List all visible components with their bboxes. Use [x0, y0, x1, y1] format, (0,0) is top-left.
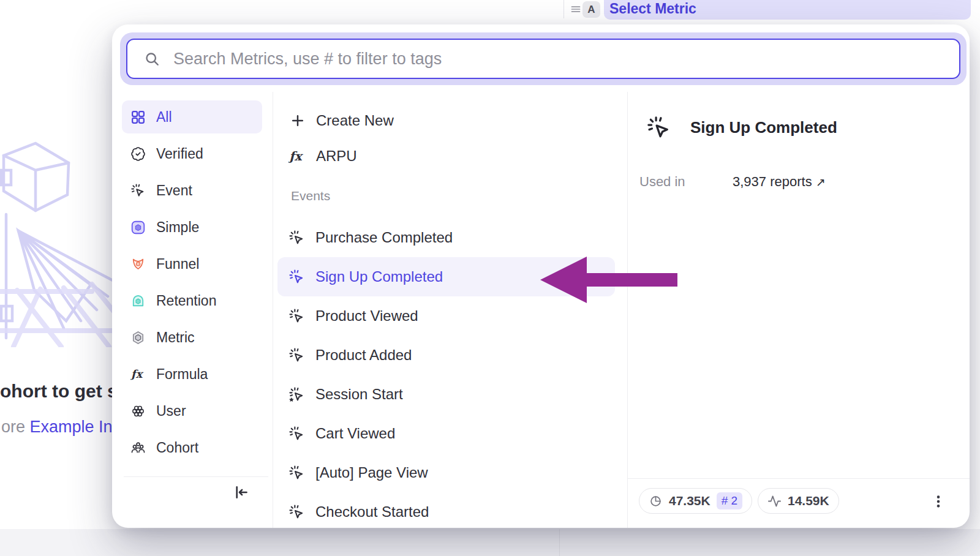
drag-handle-icon[interactable] [568, 2, 583, 17]
sidebar-item-event[interactable]: Event [122, 174, 262, 207]
stat-pill-activity[interactable]: 14.59K [758, 488, 839, 514]
more-options-button[interactable] [930, 494, 948, 511]
stat-pill-breakdown[interactable]: 47.35K # 2 [639, 488, 752, 514]
event-item[interactable]: Cart Viewed [277, 414, 615, 453]
event-item-label: Checkout Started [315, 503, 429, 520]
sidebar-item-retention[interactable]: Retention [122, 284, 262, 317]
collapse-left-icon [232, 484, 249, 501]
sidebar-item-label: Verified [156, 146, 203, 162]
create-new-button[interactable]: Create New [277, 103, 615, 138]
event-cursor-icon [646, 115, 672, 141]
event-item-label: Product Added [315, 347, 412, 364]
panel-divider [559, 529, 560, 556]
list-item-label: ARPU [316, 148, 357, 165]
page-backdrop [0, 529, 980, 556]
event-item-label: [Auto] Page View [315, 464, 428, 481]
sidebar-item-funnel[interactable]: Funnel [122, 247, 262, 280]
user-cluster-icon [130, 404, 146, 419]
event-cursor-icon [288, 269, 305, 285]
panel-divider [564, 0, 564, 18]
event-cursor-icon [130, 183, 146, 198]
sidebar-item-all[interactable]: All [122, 100, 262, 133]
event-cursor-icon [288, 347, 305, 364]
sidebar-item-verified[interactable]: Verified [122, 137, 262, 170]
sidebar-item-metric[interactable]: Metric [122, 321, 262, 354]
metric-icon [130, 330, 146, 345]
sidebar-item-label: Event [156, 182, 192, 199]
event-cursor-icon [288, 465, 305, 481]
sidebar-item-user[interactable]: User [122, 394, 262, 427]
event-cursor-icon [288, 230, 305, 246]
plus-icon [290, 113, 306, 129]
teaser-subtext-prefix: ore [1, 418, 30, 436]
event-cursor-star-icon [288, 386, 305, 403]
used-in-value: 3,937 reports [733, 174, 812, 189]
sidebar-divider [273, 92, 273, 528]
event-item[interactable]: Checkout Started [277, 492, 615, 528]
event-item-label: Product Viewed [315, 307, 418, 325]
sidebar-item-formula[interactable]: Formula [122, 358, 262, 391]
select-metric-trigger[interactable]: Select Metric [604, 0, 971, 20]
event-cursor-icon [288, 308, 305, 325]
sidebar-item-label: Formula [156, 366, 208, 383]
sidebar-item-simple[interactable]: Simple [122, 211, 262, 244]
sidebar-item-label: Cohort [156, 440, 198, 456]
list-item-arpu[interactable]: ARPU [277, 138, 615, 174]
sidebar-footer-divider [124, 476, 268, 477]
pulse-icon [767, 494, 782, 508]
stat-value: 14.59K [788, 494, 829, 508]
search-icon [144, 51, 160, 67]
event-item[interactable]: [Auto] Page View [277, 453, 615, 492]
formula-fx-icon [130, 367, 146, 382]
cohort-people-icon [130, 440, 146, 456]
grid-icon [130, 110, 146, 125]
formula-fx-icon [288, 148, 306, 165]
screen: A Select Metric ohort to get st ore Exam… [0, 0, 980, 556]
annotation-arrow-icon [533, 247, 680, 311]
events-section-header: Events [277, 174, 615, 218]
sidebar-item-label: Simple [156, 219, 199, 236]
event-item[interactable]: Product Added [277, 336, 615, 375]
used-in-label: Used in [639, 174, 685, 190]
search-focus-ring [120, 32, 967, 85]
retention-icon [130, 293, 146, 309]
collapse-sidebar-button[interactable] [232, 484, 252, 503]
sidebar-item-cohort[interactable]: Cohort [122, 431, 262, 464]
filter-sidebar: All Verified Event Simple Funnel Retenti… [122, 100, 262, 468]
sidebar-item-label: Funnel [156, 256, 199, 272]
kebab-menu-icon [930, 494, 946, 509]
search-field [126, 39, 960, 79]
sidebar-item-label: Metric [156, 329, 195, 346]
background-teaser: ohort to get st ore Example Ins [0, 375, 113, 448]
event-item-label: Purchase Completed [315, 229, 453, 246]
verified-badge-icon [130, 146, 146, 162]
detail-title: Sign Up Completed [690, 118, 837, 137]
event-cursor-icon [288, 426, 305, 442]
create-new-label: Create New [316, 112, 394, 129]
example-insights-link[interactable]: Example Ins [30, 418, 113, 436]
sidebar-item-label: All [156, 109, 172, 126]
stat-value: 47.35K [669, 494, 710, 508]
sidebar-item-label: Retention [156, 293, 216, 309]
background-illustration [0, 136, 116, 347]
event-cursor-icon [288, 504, 305, 520]
teaser-heading: ohort to get st [0, 381, 113, 402]
metric-row-letter-badge[interactable]: A [582, 1, 600, 18]
event-item-label: Cart Viewed [315, 425, 395, 442]
detail-footer-divider [627, 478, 970, 479]
used-in-reports-link[interactable]: 3,937 reports↗ [733, 174, 826, 190]
external-link-icon: ↗ [816, 176, 826, 189]
simple-icon [130, 220, 146, 235]
select-metric-label: Select Metric [609, 1, 696, 17]
pie-chart-icon [649, 494, 663, 508]
rank-chip: # 2 [717, 492, 742, 509]
metric-list: Create New ARPU Events Purchase Complete… [277, 103, 615, 528]
funnel-icon [130, 257, 146, 272]
search-input[interactable] [173, 40, 959, 78]
event-item[interactable]: Session Start [277, 375, 615, 414]
event-item-label: Session Start [315, 386, 403, 403]
sidebar-item-label: User [156, 403, 186, 419]
event-item-label: Sign Up Completed [315, 268, 443, 285]
metric-row-letter: A [587, 4, 595, 16]
teaser-subtext: ore Example Ins [1, 418, 113, 437]
